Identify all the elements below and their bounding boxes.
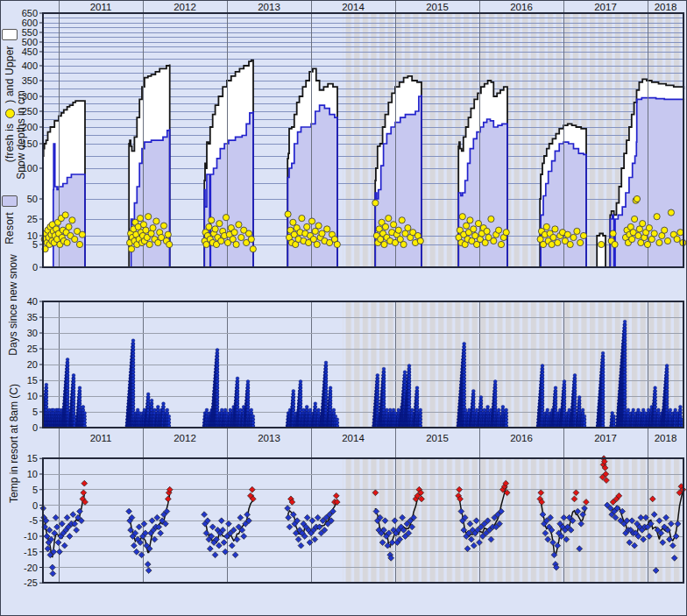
temp-diamond [304,514,310,520]
fresh-snow-dot [138,216,144,222]
year-label-top: 2018 [655,2,677,12]
temp-diamond [295,536,301,542]
fresh-snow-dot [236,222,242,228]
fresh-snow-dot [543,223,549,230]
fresh-snow-dot [651,230,657,237]
fresh-snow-dot [567,241,573,247]
fresh-snow-dot [674,236,680,242]
year-label-top: 2015 [426,2,449,12]
fresh-snow-dot [166,241,173,247]
temp-tick-label: 5 [32,485,38,495]
fresh-snow-dot [209,217,215,223]
temp-diamond [55,540,61,546]
temp-diamond [218,518,224,524]
fresh-snow-dot [334,241,340,247]
fresh-snow-dot [564,231,570,237]
fresh-snow-dot [459,214,465,220]
fresh-snow-dot [290,219,296,225]
temp-diamond [81,480,88,486]
fresh-snow-dot [635,232,641,238]
year-label-middle: 2011 [90,433,112,443]
fresh-snow-dot [248,236,254,242]
year-label-top: 2011 [90,2,112,12]
temp-diamond [216,542,222,549]
fresh-snow-dot [386,216,392,222]
fresh-snow-dot [654,214,660,220]
fresh-snow-dot [372,200,379,206]
year-label-top: 2013 [258,2,280,12]
fresh-snow-dot [315,223,322,229]
fresh-snow-dot [395,227,401,233]
fresh-snow-dot [64,239,70,245]
temp-diamond [232,552,238,558]
temp-tick-label: 0 [32,500,38,511]
temp-diamond [298,542,304,549]
temp-diamond [165,496,171,502]
fresh-snow-dot [146,241,152,247]
temp-diamond [136,524,142,530]
days-since-new-snow-label: Days since new snow [7,254,19,355]
year-label-middle: 2013 [258,433,280,443]
temp-tick-label: -25 [24,577,38,588]
days-tick-label: 5 [32,407,38,417]
fresh-snow-dot [381,241,387,247]
fresh-snow-dot [646,225,652,231]
fresh-snow-dot [491,237,497,244]
fresh-snow-dot [471,226,477,232]
fresh-snow-dot [664,237,670,244]
fresh-snow-dot [206,223,212,230]
temp-diamond [244,512,251,518]
fresh-snow-dot [399,217,405,223]
temp-diamond [307,540,313,546]
temp-y-axis: 151050-5-10-15-20-25 [24,453,43,588]
fresh-snow-dot [417,237,423,244]
temp-diamond [249,486,255,492]
mid-year-labels: 20112012201320142015201620172018 [90,433,677,443]
fresh-snow-dot [580,232,586,238]
temp-diamond [49,564,55,570]
temp-diamond [152,536,158,542]
temp-diamond [221,540,227,546]
temp-tick-label: -20 [24,563,38,573]
temp-diamond [154,514,160,520]
temp-axis-label: Temp in resort at 8am (C) [8,384,20,503]
fresh-snow-dot [552,226,558,232]
temp-diamond [145,562,151,568]
fresh-snow-dot [555,239,561,245]
fresh-snow-dot [391,222,397,228]
fresh-snow-dot [69,217,75,223]
temp-diamond [202,512,208,518]
fresh-snow-dot [680,239,686,245]
fresh-snow-dot [250,246,256,252]
fresh-snow-dot [212,226,218,232]
fresh-snow-dot [644,241,650,247]
snow-tick-label: 25 [27,214,38,224]
snow-tick-label: 50 [27,194,38,204]
fresh-snow-dot [238,234,244,240]
temp-tick-label: -15 [24,547,38,557]
days-tick-label: 0 [32,422,38,433]
fresh-snow-dot [324,226,330,232]
temp-tick-label: -10 [24,531,38,542]
temp-diamond [207,546,213,552]
chart-canvas: 0510255010015020025030035040045050055060… [1,1,687,616]
fresh-snow-dot [62,212,68,218]
temp-diamond [67,534,73,540]
fresh-snow-dot [612,241,618,247]
fresh-snow-dot [382,223,388,230]
snow-depths-label: Snow depths in cm [15,90,27,179]
fresh-snow-dot [319,230,325,237]
fresh-snow-dot [550,234,556,240]
fresh-snow-dot [76,241,82,247]
temp-diamond [158,530,164,536]
fresh-snow-dot [66,223,72,230]
temp-diamond [64,514,70,520]
fresh-snow-dot [153,218,159,224]
year-label-middle: 2017 [594,433,617,443]
fresh-snow-dot [574,228,580,234]
temp-diamond [315,514,321,520]
fresh-snow-dot [677,230,683,236]
temp-diamond [286,514,292,520]
temp-diamond [57,549,63,555]
year-label-top: 2012 [174,2,196,12]
